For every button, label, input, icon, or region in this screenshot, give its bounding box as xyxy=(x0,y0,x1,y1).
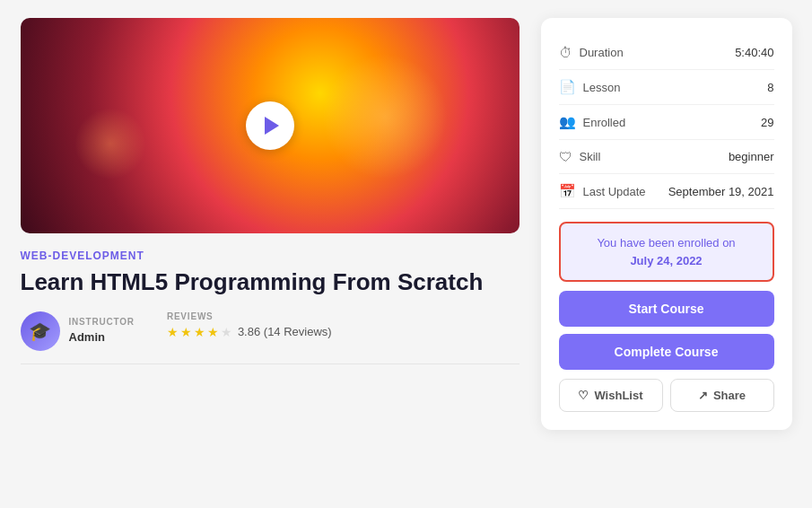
play-button[interactable] xyxy=(246,101,294,150)
enrolled-icon: 👥 xyxy=(559,114,576,130)
skill-icon: 🛡 xyxy=(559,149,572,164)
enrolled-label: Enrolled xyxy=(583,116,626,129)
lastupdate-value: September 19, 2021 xyxy=(668,185,774,198)
info-row-lastupdate: 📅 Last Update September 19, 2021 xyxy=(559,174,774,209)
review-score: 3.86 (14 Reviews) xyxy=(238,325,332,338)
star-5: ★ xyxy=(221,325,232,339)
course-title: Learn HTML5 Programming From Scratch xyxy=(21,267,520,297)
info-row-duration: ⏱ Duration 5:40:40 xyxy=(559,36,774,70)
enrolled-value: 29 xyxy=(761,116,773,129)
info-left-lastupdate: 📅 Last Update xyxy=(559,183,646,199)
heart-icon: ♡ xyxy=(578,389,589,402)
bottom-actions: ♡ WishList ↗ Share xyxy=(559,379,774,412)
star-1: ★ xyxy=(167,325,179,339)
enrolled-message-line1: You have been enrolled on xyxy=(597,236,735,250)
video-thumbnail[interactable] xyxy=(21,18,520,233)
info-row-skill: 🛡 Skill beginner xyxy=(559,140,774,174)
share-button[interactable]: ↗ Share xyxy=(670,379,774,412)
instructor-info: INSTRUCTOR Admin xyxy=(69,317,135,345)
star-2: ★ xyxy=(180,325,192,339)
star-3: ★ xyxy=(194,325,205,339)
left-panel: WEB-DEVELOPMENT Learn HTML5 Programming … xyxy=(21,18,520,430)
info-row-enrolled: 👥 Enrolled 29 xyxy=(559,105,774,140)
enrolled-box: You have been enrolled on July 24, 2022 xyxy=(559,222,774,282)
info-left-skill: 🛡 Skill xyxy=(559,149,601,164)
start-course-button[interactable]: Start Course xyxy=(559,291,774,327)
course-category: WEB-DEVELOPMENT xyxy=(21,250,520,262)
stars-row: ★ ★ ★ ★ ★ 3.86 (14 Reviews) xyxy=(167,325,332,339)
info-left-lesson: 📄 Lesson xyxy=(559,79,621,95)
right-panel: ⏱ Duration 5:40:40 📄 Lesson 8 👥 Enrolled… xyxy=(541,18,792,430)
info-left-enrolled: 👥 Enrolled xyxy=(559,114,626,130)
avatar-icon: 🎓 xyxy=(29,320,51,342)
lesson-value: 8 xyxy=(767,81,773,94)
avatar: 🎓 xyxy=(21,311,60,351)
instructor-block: 🎓 INSTRUCTOR Admin xyxy=(21,311,135,351)
info-left-duration: ⏱ Duration xyxy=(559,45,624,60)
info-row-lesson: 📄 Lesson 8 xyxy=(559,70,774,105)
clock-icon: ⏱ xyxy=(559,45,572,60)
lesson-label: Lesson xyxy=(583,81,621,94)
reviews-label: REVIEWS xyxy=(167,311,332,321)
instructor-row: 🎓 INSTRUCTOR Admin REVIEWS ★ ★ ★ ★ ★ xyxy=(21,311,520,364)
instructor-label: INSTRUCTOR xyxy=(69,317,135,327)
skill-value: beginner xyxy=(729,150,774,163)
duration-label: Duration xyxy=(580,46,624,59)
instructor-name: Admin xyxy=(69,330,105,344)
play-icon xyxy=(265,117,279,135)
calendar-icon: 📅 xyxy=(559,183,576,199)
duration-value: 5:40:40 xyxy=(735,46,773,59)
complete-course-button[interactable]: Complete Course xyxy=(559,334,774,370)
enrolled-message-line2: July 24, 2022 xyxy=(575,252,758,270)
stars: ★ ★ ★ ★ ★ xyxy=(167,325,232,339)
share-icon: ↗ xyxy=(698,389,708,402)
skill-label: Skill xyxy=(580,150,601,163)
lastupdate-label: Last Update xyxy=(583,185,646,198)
reviews-block: REVIEWS ★ ★ ★ ★ ★ 3.86 (14 Reviews) xyxy=(167,311,332,339)
star-4: ★ xyxy=(207,325,219,339)
wishlist-label: WishList xyxy=(594,389,642,402)
lesson-icon: 📄 xyxy=(559,79,576,95)
wishlist-button[interactable]: ♡ WishList xyxy=(559,379,663,412)
page-wrapper: WEB-DEVELOPMENT Learn HTML5 Programming … xyxy=(21,18,792,430)
share-label: Share xyxy=(713,389,746,402)
